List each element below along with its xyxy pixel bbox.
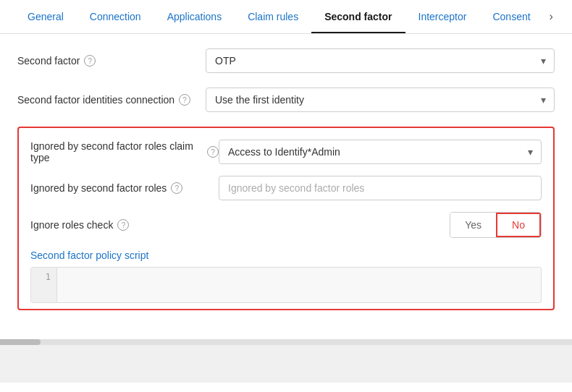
ignored-roles-help-icon[interactable]: ?: [171, 182, 182, 194]
claim-type-select[interactable]: Access to Identify*AdminCustom: [219, 140, 542, 164]
second-factor-select[interactable]: OTPTOTPSMS: [206, 48, 555, 73]
ignored-roles-label: Ignored by second factor roles ?: [30, 182, 219, 194]
scrollbar-track: [0, 339, 572, 345]
ignored-roles-row: Ignored by second factor roles ?: [30, 176, 542, 200]
tab-general[interactable]: General: [14, 1, 77, 33]
claim-type-label: Ignored by second factor roles claim typ…: [30, 140, 219, 163]
code-editor: 1: [30, 267, 542, 303]
tab-consent[interactable]: Consent: [479, 1, 543, 33]
identities-connection-row: Second factor identities connection ? Us…: [17, 88, 555, 112]
ignored-roles-input[interactable]: [219, 176, 542, 200]
ignore-roles-no-button[interactable]: No: [496, 213, 541, 237]
second-factor-select-wrapper: OTPTOTPSMS: [206, 48, 555, 73]
ignore-roles-yes-button[interactable]: Yes: [450, 213, 496, 237]
ignore-roles-check-label-area: Ignore roles check ?: [30, 219, 450, 231]
claim-type-control: Access to Identify*AdminCustom: [219, 140, 542, 164]
bottom-scroll-area: [0, 339, 572, 383]
tabs-more-chevron[interactable]: ›: [544, 0, 559, 33]
ignore-roles-check-row: Ignore roles check ? Yes No: [30, 212, 542, 238]
tab-interceptor[interactable]: Interceptor: [405, 1, 480, 33]
second-factor-label: Second factor ?: [17, 55, 206, 67]
main-content: Second factor ? OTPTOTPSMS Second factor…: [0, 34, 572, 339]
second-factor-row: Second factor ? OTPTOTPSMS: [17, 48, 555, 73]
identities-connection-help-icon[interactable]: ?: [179, 94, 190, 106]
claim-type-row: Ignored by second factor roles claim typ…: [30, 140, 542, 164]
line-numbers: 1: [31, 268, 57, 302]
identities-connection-label: Second factor identities connection ?: [17, 94, 206, 106]
red-section: Ignored by second factor roles claim typ…: [17, 127, 555, 310]
tab-second-factor[interactable]: Second factor: [311, 1, 405, 33]
ignored-roles-control: [219, 176, 542, 200]
ignore-roles-check-help-icon[interactable]: ?: [117, 219, 129, 231]
identities-connection-select-wrapper: Use the first identityCustom: [206, 88, 555, 112]
second-factor-help-icon[interactable]: ?: [84, 55, 96, 67]
tab-claim-rules[interactable]: Claim rules: [235, 1, 311, 33]
identities-connection-control: Use the first identityCustom: [206, 88, 555, 112]
tab-connection[interactable]: Connection: [77, 1, 154, 33]
code-area[interactable]: [57, 268, 541, 302]
policy-script-label: Second factor policy script: [30, 250, 542, 261]
identities-connection-select[interactable]: Use the first identityCustom: [206, 88, 555, 112]
claim-type-select-wrapper: Access to Identify*AdminCustom: [219, 140, 542, 164]
scrollbar-thumb[interactable]: [0, 339, 41, 345]
claim-type-help-icon[interactable]: ?: [207, 146, 219, 158]
policy-script-section: Second factor policy script 1: [30, 250, 542, 303]
line-number-1: 1: [37, 272, 51, 282]
ignore-roles-toggle-group: Yes No: [450, 212, 542, 238]
tab-applications[interactable]: Applications: [154, 1, 235, 33]
tabs-bar: General Connection Applications Claim ru…: [0, 0, 572, 34]
second-factor-control: OTPTOTPSMS: [206, 48, 555, 73]
